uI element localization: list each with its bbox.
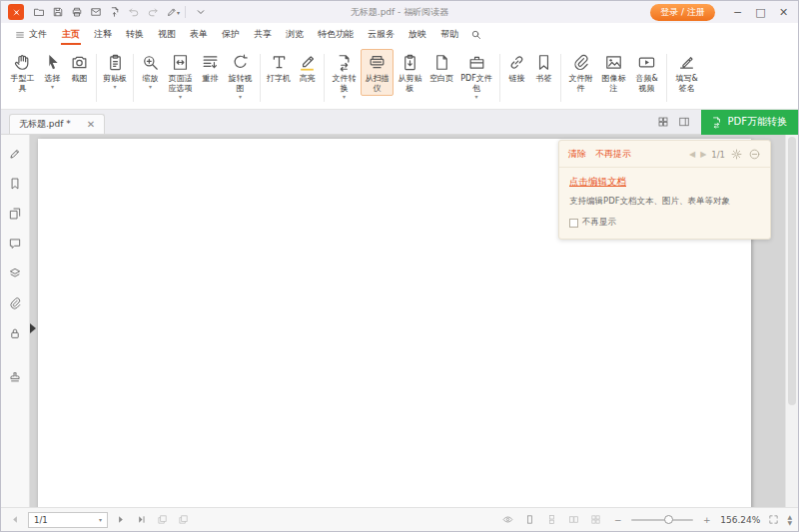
stamp-panel-icon[interactable] xyxy=(4,366,26,388)
tool-reflow[interactable]: 重排 xyxy=(197,49,224,86)
previous-view-button[interactable] xyxy=(154,511,171,528)
search-icon[interactable] xyxy=(465,26,485,44)
close-button[interactable]: ✕ xyxy=(773,3,794,21)
ribbon-separator xyxy=(324,54,325,102)
tab-view[interactable]: 视图 xyxy=(151,24,183,45)
tool-select[interactable]: 选择▾ xyxy=(39,49,66,91)
sidebar-collapse-handle[interactable] xyxy=(30,316,38,340)
tool-file-attachment[interactable]: 文件附件 xyxy=(564,49,597,96)
tip-collapse-icon[interactable] xyxy=(748,148,761,161)
bookmarks-panel-icon[interactable] xyxy=(4,173,26,195)
email-button[interactable] xyxy=(86,3,105,21)
tool-highlight[interactable]: 高亮 xyxy=(294,49,321,86)
read-mode-button[interactable] xyxy=(499,511,516,528)
tool-from-scanner[interactable]: 从扫描仪 xyxy=(361,49,394,96)
tool-zoom[interactable]: 缩放▾ xyxy=(137,49,164,91)
tool-audio-video[interactable]: 音频&视频 xyxy=(630,49,663,96)
tool-hand[interactable]: 手型工具 xyxy=(6,49,39,96)
edit-tool-icon[interactable] xyxy=(4,143,26,165)
menu-file[interactable]: 文件 xyxy=(7,26,55,43)
clear-link[interactable]: 清除 xyxy=(568,148,586,161)
toolbar-separator xyxy=(185,6,186,18)
tab-share[interactable]: 共享 xyxy=(247,24,279,45)
main-area: 清除 不再提示 ◀ ▶ 1/1 点击编辑文档 支持编辑PDF文档文本、图片、表单… xyxy=(1,135,798,507)
export-button[interactable] xyxy=(105,3,124,21)
pdf-convert-button[interactable]: PDF万能转换 xyxy=(701,110,798,135)
tool-typewriter[interactable]: 打字机 xyxy=(264,49,294,86)
arrange-windows-icon[interactable] xyxy=(653,112,674,132)
continuous-layout-button[interactable] xyxy=(543,511,560,528)
scroll-down-icon[interactable]: ▼ xyxy=(787,520,792,525)
next-view-button[interactable] xyxy=(175,511,192,528)
document-tab[interactable]: 无标题.pdf * ✕ xyxy=(9,114,105,134)
tab-comment[interactable]: 注释 xyxy=(87,24,119,45)
zoom-slider[interactable] xyxy=(631,519,693,521)
print-button[interactable] xyxy=(67,3,86,21)
pages-panel-icon[interactable] xyxy=(4,203,26,225)
customize-toolbar-button[interactable] xyxy=(191,3,210,21)
tool-snapshot[interactable]: 截图 xyxy=(66,49,93,86)
tab-home[interactable]: 主页 xyxy=(55,24,87,45)
attachments-panel-icon[interactable] xyxy=(4,292,26,314)
page-indicator-box[interactable]: 1/1 ▾ xyxy=(28,512,108,528)
ribbon-separator xyxy=(560,54,561,102)
dont-show-checkbox[interactable] xyxy=(569,219,578,228)
scroll-buttons[interactable]: ▲ ▼ xyxy=(787,514,792,525)
zoom-slider-knob[interactable] xyxy=(664,515,673,524)
last-page-button[interactable] xyxy=(133,511,150,528)
save-button[interactable] xyxy=(48,3,67,21)
maximize-button[interactable]: □ xyxy=(750,3,771,21)
comments-panel-icon[interactable] xyxy=(4,233,26,255)
next-tip-icon[interactable]: ▶ xyxy=(700,150,706,159)
next-page-button[interactable] xyxy=(112,511,129,528)
tab-features[interactable]: 特色功能 xyxy=(311,24,361,45)
zoom-out-button[interactable]: − xyxy=(609,511,626,528)
tool-blank-page[interactable]: 空白页 xyxy=(426,49,456,86)
cursor-icon xyxy=(43,53,62,72)
undo-button[interactable] xyxy=(124,3,143,21)
tool-clipboard[interactable]: 剪贴板▾ xyxy=(100,49,130,91)
login-register-button[interactable]: 登录 / 注册 xyxy=(650,4,715,21)
redo-button[interactable] xyxy=(143,3,162,21)
panel-layout-icon[interactable] xyxy=(674,112,695,132)
open-file-button[interactable] xyxy=(29,3,48,21)
edit-document-link[interactable]: 点击编辑文档 xyxy=(569,176,626,189)
tab-browse[interactable]: 浏览 xyxy=(279,24,311,45)
tool-link[interactable]: 链接 xyxy=(503,49,530,86)
tool-pdf-portfolio[interactable]: PDF文件包▾ xyxy=(456,49,496,101)
prev-tip-icon[interactable]: ◀ xyxy=(689,150,695,159)
no-more-prompt-link[interactable]: 不再提示 xyxy=(595,148,631,161)
signature-icon xyxy=(677,53,696,72)
continuous-facing-layout-button[interactable] xyxy=(587,511,604,528)
camera-icon xyxy=(70,53,89,72)
tab-close-icon[interactable]: ✕ xyxy=(87,120,95,130)
tab-protect[interactable]: 保护 xyxy=(215,24,247,45)
tab-help[interactable]: 帮助 xyxy=(433,24,465,45)
tab-convert[interactable]: 转换 xyxy=(119,24,151,45)
vertical-scrollbar[interactable] xyxy=(785,135,798,507)
tool-fit-options[interactable]: 页面适应选项▾ xyxy=(164,49,197,101)
tip-settings-gear-icon[interactable] xyxy=(730,148,743,161)
tool-bookmark[interactable]: 书签 xyxy=(530,49,557,86)
single-page-layout-button[interactable] xyxy=(521,511,538,528)
zoom-in-button[interactable]: + xyxy=(698,511,715,528)
pen-dropdown-arrow-icon[interactable]: ▾ xyxy=(177,9,180,16)
scrollbar-thumb[interactable] xyxy=(788,137,796,405)
signature-panel-icon[interactable] xyxy=(4,322,26,344)
tab-slideshow[interactable]: 放映 xyxy=(401,24,433,45)
tool-fill-sign[interactable]: 填写&签名 xyxy=(670,49,703,96)
facing-layout-button[interactable] xyxy=(565,511,582,528)
tool-rotate-view[interactable]: 旋转视图▾ xyxy=(224,49,257,101)
prev-page-button[interactable] xyxy=(7,511,24,528)
tab-form[interactable]: 表单 xyxy=(183,24,215,45)
layers-panel-icon[interactable] xyxy=(4,263,26,284)
minimize-button[interactable]: ─ xyxy=(727,3,748,21)
dropdown-arrow-icon: ▾ xyxy=(239,94,242,99)
tool-from-clipboard[interactable]: 从剪贴板 xyxy=(394,49,426,96)
scanner-icon xyxy=(368,53,387,72)
ribbon-toolbar: 手型工具 选择▾ 截图 剪贴板▾ 缩放▾ 页面适应选项▾ 重排 旋转视图▾ 打字… xyxy=(1,46,798,110)
tool-image-annotation[interactable]: 图像标注 xyxy=(597,49,630,96)
tool-file-convert[interactable]: 文件转换▾ xyxy=(328,49,361,101)
tab-cloud[interactable]: 云服务 xyxy=(361,24,401,45)
fullscreen-button[interactable] xyxy=(765,511,782,528)
